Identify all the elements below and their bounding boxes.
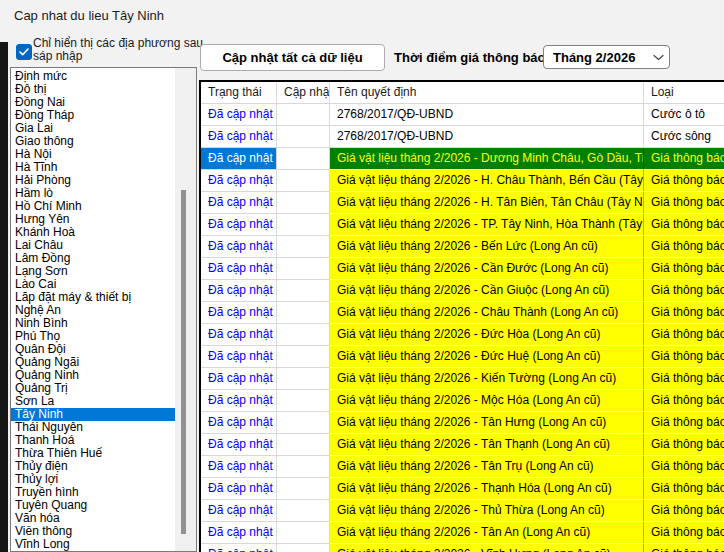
table-row[interactable]: Đã cập nhật Giá vật liệu tháng 2/2026 - … (201, 170, 724, 192)
cell-status[interactable]: Đã cập nhật (201, 258, 277, 280)
province-list-item[interactable]: Quân Đội (11, 343, 175, 356)
province-list-item[interactable]: Hầm lò (11, 187, 175, 200)
cell-status[interactable]: Đã cập nhật (201, 214, 277, 236)
cell-type[interactable]: Giá thông báo (644, 368, 724, 390)
cell-type[interactable]: Giá thông báo (644, 214, 724, 236)
province-list-item[interactable]: Tuyên Quang (11, 499, 175, 512)
cell-update[interactable] (277, 368, 330, 390)
table-row[interactable]: Đã cập nhật Giá vật liệu tháng 2/2026 - … (201, 412, 724, 434)
table-row[interactable]: Đã cập nhật Giá vật liệu tháng 2/2026 - … (201, 346, 724, 368)
cell-status[interactable]: Đã cập nhật (201, 280, 277, 302)
cell-name[interactable]: 2768/2017/QĐ-UBND (330, 104, 644, 126)
table-row[interactable]: Đã cập nhật Giá vật liệu tháng 2/2026 - … (201, 544, 724, 552)
cell-name[interactable]: Giá vật liệu tháng 2/2026 - Bến Lức (Lon… (330, 236, 644, 258)
cell-status[interactable]: Đã cập nhật (201, 236, 277, 258)
cell-name[interactable]: Giá vật liệu tháng 2/2026 - Mộc Hóa (Lon… (330, 390, 644, 412)
cell-update[interactable] (277, 390, 330, 412)
province-list-item[interactable]: Đồng Nai (11, 96, 175, 109)
cell-type[interactable]: Giá thông báo (644, 170, 724, 192)
cell-type[interactable]: Cước sông (644, 126, 724, 148)
cell-status[interactable]: Đã cập nhật (201, 324, 277, 346)
province-list-item[interactable]: Thừa Thiên Huế (11, 447, 175, 460)
table-row[interactable]: Đã cập nhật Giá vật liệu tháng 2/2026 - … (201, 522, 724, 544)
province-list-item[interactable]: Lắp đặt máy & thiết bị (11, 291, 175, 304)
col-header-status[interactable]: Trạng thái (201, 82, 277, 104)
col-header-name[interactable]: Tên quyết định (330, 82, 644, 104)
province-list-item[interactable]: Văn hóa (11, 512, 175, 525)
table-row[interactable]: Đã cập nhật Giá vật liệu tháng 2/2026 - … (201, 214, 724, 236)
province-list-item[interactable]: Sơn La (11, 395, 175, 408)
cell-type[interactable]: Cước ô tô (644, 104, 724, 126)
province-list-item[interactable]: Nghệ An (11, 304, 175, 317)
province-list-item[interactable]: Hà Tĩnh (11, 161, 175, 174)
province-list-item[interactable]: Hà Nội (11, 148, 175, 161)
table-row[interactable]: Đã cập nhật Giá vật liệu tháng 2/2026 - … (201, 302, 724, 324)
cell-type[interactable]: Giá thông báo (644, 148, 724, 170)
cell-status[interactable]: Đã cập nhật (201, 192, 277, 214)
cell-type[interactable]: Giá thông báo (644, 412, 724, 434)
cell-type[interactable]: Giá thông báo (644, 390, 724, 412)
table-row[interactable]: Đã cập nhật Giá vật liệu tháng 2/2026 - … (201, 280, 724, 302)
province-list-item[interactable]: Thủy lợi (11, 473, 175, 486)
province-list-item[interactable]: Thủy điện (11, 460, 175, 473)
province-list-item[interactable]: Quảng Ninh (11, 369, 175, 382)
province-list-item[interactable]: Quảng Ngãi (11, 356, 175, 369)
province-list-item[interactable]: Lâm Đồng (11, 252, 175, 265)
cell-update[interactable] (277, 412, 330, 434)
cell-name[interactable]: 2768/2017/QĐ-UBND (330, 126, 644, 148)
cell-name[interactable]: Giá vật liệu tháng 2/2026 - H. Châu Thàn… (330, 170, 644, 192)
cell-status[interactable]: Đã cập nhật (201, 104, 277, 126)
province-list-item[interactable]: Khánh Hoà (11, 226, 175, 239)
cell-name[interactable]: Giá vật liệu tháng 2/2026 - Châu Thành (… (330, 302, 644, 324)
cell-update[interactable] (277, 280, 330, 302)
cell-update[interactable] (277, 500, 330, 522)
cell-update[interactable] (277, 456, 330, 478)
cell-update[interactable] (277, 214, 330, 236)
cell-name[interactable]: Giá vật liệu tháng 2/2026 - H. Tân Biên,… (330, 192, 644, 214)
province-list-item[interactable]: Hưng Yên (11, 213, 175, 226)
cell-status[interactable]: Đã cập nhật (201, 170, 277, 192)
cell-name[interactable]: Giá vật liệu tháng 2/2026 - Kiến Tường (… (330, 368, 644, 390)
province-list-item[interactable]: Ninh Bình (11, 317, 175, 330)
col-header-update[interactable]: Cập nhật (277, 82, 330, 104)
cell-update[interactable] (277, 126, 330, 148)
cell-update[interactable] (277, 544, 330, 552)
cell-update[interactable] (277, 346, 330, 368)
cell-update[interactable] (277, 434, 330, 456)
cell-name[interactable]: Giá vật liệu tháng 2/2026 - Đức Huệ (Lon… (330, 346, 644, 368)
cell-update[interactable] (277, 258, 330, 280)
table-row[interactable]: Đã cập nhật 2768/2017/QĐ-UBND Cước sông (201, 126, 724, 148)
cell-type[interactable]: Giá thông báo (644, 500, 724, 522)
province-list-item[interactable]: Gia Lai (11, 122, 175, 135)
cell-type[interactable]: Giá thông báo (644, 434, 724, 456)
cell-name[interactable]: Giá vật liệu tháng 2/2026 - Cần Đước (Lo… (330, 258, 644, 280)
province-list-item[interactable]: Tây Ninh (11, 408, 175, 421)
cell-status[interactable]: Đã cập nhật (201, 302, 277, 324)
cell-name[interactable]: Giá vật liệu tháng 2/2026 - Tân Thạnh (L… (330, 434, 644, 456)
cell-update[interactable] (277, 170, 330, 192)
province-list-scrollbar[interactable] (175, 68, 196, 551)
province-list-item[interactable]: Giao thông (11, 135, 175, 148)
table-row[interactable]: Đã cập nhật Giá vật liệu tháng 2/2026 - … (201, 324, 724, 346)
cell-name[interactable]: Giá vật liệu tháng 2/2026 - TP. Tây Ninh… (330, 214, 644, 236)
cell-type[interactable]: Giá thông báo (644, 236, 724, 258)
cell-type[interactable]: Giá thông báo (644, 478, 724, 500)
cell-name[interactable]: Giá vật liệu tháng 2/2026 - Tân An (Long… (330, 522, 644, 544)
province-list-item[interactable]: Lai Châu (11, 239, 175, 252)
table-row[interactable]: Đã cập nhật Giá vật liệu tháng 2/2026 - … (201, 192, 724, 214)
province-list-item[interactable]: Hải Phòng (11, 174, 175, 187)
cell-status[interactable]: Đã cập nhật (201, 390, 277, 412)
table-row[interactable]: Đã cập nhật Giá vật liệu tháng 2/2026 - … (201, 478, 724, 500)
scrollbar-thumb[interactable] (181, 190, 186, 534)
cell-status[interactable]: Đã cập nhật (201, 456, 277, 478)
cell-type[interactable]: Giá thông báo (644, 346, 724, 368)
cell-name[interactable]: Giá vật liệu tháng 2/2026 - Đức Hòa (Lon… (330, 324, 644, 346)
cell-type[interactable]: Giá thông báo (644, 456, 724, 478)
cell-update[interactable] (277, 302, 330, 324)
cell-status[interactable]: Đã cập nhật (201, 126, 277, 148)
province-list-item[interactable]: Truyền hình (11, 486, 175, 499)
province-list-item[interactable]: Định mức (11, 70, 175, 83)
cell-status[interactable]: Đã cập nhật (201, 148, 277, 170)
cell-type[interactable]: Giá thông báo (644, 302, 724, 324)
cell-status[interactable]: Đã cập nhật (201, 368, 277, 390)
